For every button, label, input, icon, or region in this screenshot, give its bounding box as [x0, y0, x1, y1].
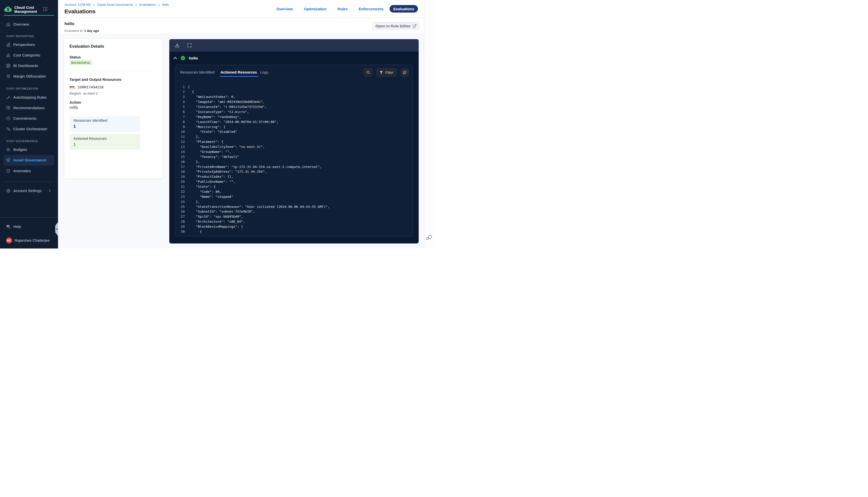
sidebar-item-asset-governance[interactable]: $ Asset Governance	[4, 155, 54, 166]
line-number: 27	[175, 214, 185, 219]
resources-identified-label: Resources Identified	[74, 118, 136, 123]
app-grid-icon[interactable]	[43, 7, 47, 11]
sidebar-item-account-settings[interactable]: Account Settings	[0, 185, 58, 196]
filter-label: Filter	[385, 71, 393, 74]
line-number: 3	[175, 94, 185, 99]
home-icon	[6, 22, 10, 26]
sidebar-item-perspectives[interactable]: Perspectives	[0, 39, 58, 50]
sidebar-divider	[0, 217, 58, 218]
search-button[interactable]	[364, 69, 372, 76]
line-number: 14	[175, 150, 185, 154]
sidebar-item-recommendations[interactable]: Recommendations	[0, 103, 58, 113]
sidebar-accent-rule	[4, 15, 54, 16]
sidebar-item-bi-dashboards[interactable]: BI Dashboards	[0, 60, 58, 71]
support-chat-icon[interactable]	[426, 235, 432, 240]
tab-optimization[interactable]: Optimization	[304, 7, 326, 11]
sidebar-section-cost-reporting: COST REPORTING	[0, 33, 58, 39]
breadcrumb-current[interactable]: hello	[162, 3, 169, 6]
line-content: "InstanceType": "t2.micro",	[188, 110, 249, 114]
tab-rules[interactable]: Rules	[338, 7, 348, 11]
line-content: "StateTransitionReason": "User initiated…	[188, 204, 330, 209]
tab-enforcements[interactable]: Enforcements	[359, 7, 383, 11]
line-number: 10	[175, 129, 185, 134]
tab-evaluations-active[interactable]: Evaluations	[390, 5, 418, 13]
resources-identified-value: 1	[74, 124, 136, 129]
download-icon[interactable]	[175, 43, 179, 47]
target-resources-label: Target and Output Resources	[70, 77, 157, 82]
copy-button[interactable]	[401, 69, 409, 76]
shapes-icon	[6, 53, 10, 57]
tab-resources-identified[interactable]: Resources Identified	[180, 68, 214, 77]
line-content: "KeyName": "randomkey",	[188, 114, 241, 119]
sidebar-item-label: Cluster Orchestrator	[13, 127, 47, 131]
line-number: 22	[175, 189, 185, 194]
chevron-up-icon[interactable]	[173, 56, 177, 60]
line-content: },	[188, 159, 200, 165]
sidebar-item-cluster-orchestrator[interactable]: Cluster Orchestrator	[0, 124, 58, 134]
tab-logs[interactable]: Logs	[260, 68, 268, 77]
line-number: 4	[175, 99, 185, 104]
resources-identified-box: Resources Identified 1	[70, 116, 140, 132]
code-line: 14 "GroupName": "",	[175, 150, 412, 154]
sidebar-item-anomalies[interactable]: Anomalies	[0, 166, 58, 176]
breadcrumb-section[interactable]: Evaluations	[139, 3, 156, 6]
actioned-resources-box: Actioned Resources 1	[70, 134, 140, 150]
evaluation-run-row[interactable]: hello	[169, 52, 419, 65]
cloud-cost-management-logo-icon: $	[4, 6, 12, 12]
sidebar-item-autostopping-rules[interactable]: AutoStopping Rules	[0, 92, 58, 102]
line-number: 11	[175, 134, 185, 139]
sidebar-item-label: Account Settings	[13, 189, 42, 193]
copy-icon	[403, 71, 407, 74]
line-content: },	[188, 134, 200, 139]
sidebar-item-budgets[interactable]: $ Budgets	[0, 144, 58, 155]
user-profile[interactable]: RC Rajarshee Chatterjee	[0, 235, 58, 246]
sidebar-item-margin-obfuscation[interactable]: Margin Obfuscation	[0, 71, 58, 82]
fullscreen-icon[interactable]	[187, 43, 192, 47]
code-line: 21 "State": {	[175, 184, 412, 189]
resources-viewer: Resources Identified Actioned Resources …	[175, 65, 413, 237]
aws-account-row: aws 108817434118	[70, 85, 157, 89]
code-line: 3 "AmiLaunchIndex": 0,	[175, 94, 412, 99]
viewer-tabs: Resources Identified Actioned Resources …	[180, 68, 268, 77]
breadcrumb-module[interactable]: Cloud Asset Governance	[97, 3, 133, 6]
sidebar-item-overview[interactable]: Overview	[0, 19, 58, 30]
line-content: "InstanceId": "i-00512145e7372325d",	[188, 104, 267, 110]
sidebar-item-label: Commitments	[13, 116, 37, 120]
line-content: "GroupName": "",	[188, 150, 231, 154]
shield-alert-icon	[6, 169, 10, 173]
actioned-resources-label: Actioned Resources	[74, 137, 136, 141]
code-line: 8 "LaunchTime": "2024-06-06T04:41:37+00:…	[175, 119, 412, 125]
shield-dollar-icon: $	[6, 158, 10, 162]
success-check-icon	[181, 56, 185, 60]
content-area: Evaluation Details Status SUCCESSFUL Tar…	[58, 34, 424, 249]
sidebar-item-label: Help	[13, 225, 21, 229]
sidebar-collapse-handle[interactable]	[55, 222, 58, 236]
line-number: 30	[175, 229, 185, 234]
panel-toolbar	[169, 39, 419, 52]
bar-chart-icon	[6, 43, 10, 47]
evaluation-run-name: hello	[189, 56, 198, 60]
line-number: 8	[175, 119, 185, 125]
sidebar: $ Cloud Cost Management Overview COST RE…	[0, 0, 58, 248]
line-number: 5	[175, 104, 185, 110]
code-line: 6 "InstanceType": "t2.micro",	[175, 110, 412, 114]
code-line: 10 "State": "disabled"	[175, 129, 412, 134]
chevron-right-icon	[158, 4, 160, 6]
line-number: 25	[175, 204, 185, 209]
sidebar-item-commitments[interactable]: Commitments	[0, 113, 58, 124]
tab-actioned-resources[interactable]: Actioned Resources	[221, 68, 257, 77]
tab-overview[interactable]: Overview	[276, 7, 293, 11]
aws-account-id: 108817434118	[78, 85, 103, 89]
code-line: 28 "Architecture": "x86_64",	[175, 219, 412, 224]
help-chat-icon: ?	[6, 225, 10, 229]
product-name: Cloud Cost Management	[14, 6, 37, 14]
sidebar-section-cost-optimization: COST OPTIMIZATION	[0, 85, 58, 92]
sidebar-item-help[interactable]: ? Help	[0, 222, 58, 232]
line-content: "ProductCodes": [],	[188, 174, 233, 179]
breadcrumb-account[interactable]: Account: CCM-NG	[65, 3, 91, 6]
code-line: 18 "PrivateIpAddress": "172.31.44.254",	[175, 169, 412, 174]
sidebar-item-cost-categories[interactable]: Cost Categories	[0, 50, 58, 60]
open-in-rule-editor-button[interactable]: Open in Rule Editor	[372, 22, 420, 30]
filter-button[interactable]: Filter	[377, 69, 396, 76]
sidebar-section-cost-governance: COST GOVERNANCE	[0, 138, 58, 144]
